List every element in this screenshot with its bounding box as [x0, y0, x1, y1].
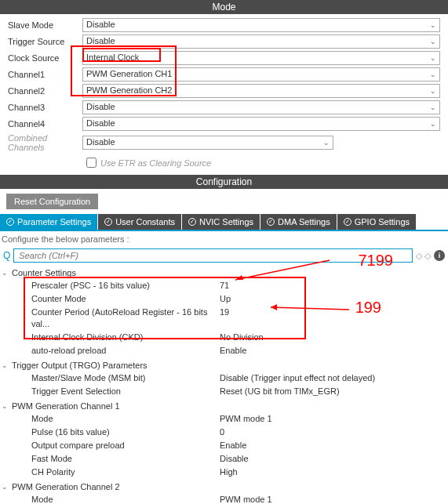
param-name: CH Polarity: [31, 466, 220, 478]
channel3-select[interactable]: Disable⌄: [82, 100, 440, 114]
param-row: Master/Slave Mode (MSM bit)Disable (Trig…: [0, 372, 448, 385]
chevron-down-icon: ⌄: [430, 71, 436, 78]
pwm1-header[interactable]: ⌄PWM Generation Channel 1: [0, 400, 448, 412]
param-name: Mode: [31, 413, 220, 425]
mode-header: Mode: [0, 0, 448, 14]
check-icon: [6, 218, 14, 226]
param-value[interactable]: Disable: [220, 453, 448, 465]
tab-user-constants[interactable]: User Constants: [98, 214, 181, 230]
channel2-label: Channel2: [8, 86, 82, 96]
param-name: auto-reload preload: [31, 345, 220, 357]
etr-checkbox[interactable]: [86, 158, 97, 168]
param-value[interactable]: High: [220, 466, 448, 478]
param-value[interactable]: 0: [220, 426, 448, 438]
channel4-label: Channel4: [8, 119, 82, 129]
channel1-select[interactable]: PWM Generation CH1⌄: [82, 67, 440, 82]
param-value[interactable]: Up: [220, 293, 448, 305]
search-input[interactable]: [13, 248, 413, 263]
slave-mode-label: Slave Mode: [8, 20, 82, 30]
param-row: Counter Period (AutoReload Register - 16…: [0, 306, 448, 331]
param-row: Trigger Event SelectionReset (UG bit fro…: [0, 385, 448, 398]
param-row: Counter ModeUp: [0, 292, 448, 306]
channel3-label: Channel3: [8, 103, 82, 112]
param-row: ModePWM mode 1: [0, 493, 448, 504]
trigger-source-select[interactable]: Disable⌄: [82, 34, 440, 49]
param-row: Fast ModeDisable: [0, 452, 448, 466]
param-name: Counter Period (AutoReload Register - 16…: [31, 306, 220, 330]
tab-parameter-settings[interactable]: Parameter Settings: [0, 214, 97, 230]
param-row: Pulse (16 bits value)0: [0, 426, 448, 439]
tab-gpio-settings[interactable]: GPIO Settings: [337, 214, 416, 230]
param-name: Trigger Event Selection: [31, 386, 220, 397]
param-name: Internal Clock Division (CKD): [31, 332, 220, 343]
expand-icon: ⌄: [2, 402, 9, 410]
param-name: Pulse (16 bits value): [31, 426, 220, 438]
config-hint: Configure the below parameters :: [0, 231, 448, 247]
param-name: Mode: [31, 494, 220, 504]
param-name: Output compare preload: [31, 440, 220, 451]
param-row: Internal Clock Division (CKD)No Division: [0, 331, 448, 344]
chevron-down-icon: ⌄: [430, 38, 436, 45]
configuration-header: Configuration: [0, 175, 448, 189]
channel2-select[interactable]: PWM Generation CH2⌄: [82, 84, 440, 98]
param-row: CH PolarityHigh: [0, 466, 448, 479]
param-value[interactable]: PWM mode 1: [220, 494, 448, 504]
search-nav-icons[interactable]: ◇ ◇: [416, 251, 431, 261]
slave-mode-select[interactable]: Disable⌄: [82, 18, 440, 32]
param-value[interactable]: Disable (Trigger input effect not delaye…: [220, 372, 448, 384]
expand-icon: ⌄: [2, 269, 9, 277]
param-row: auto-reload preloadEnable: [0, 344, 448, 357]
trgo-header[interactable]: ⌄Trigger Output (TRGO) Parameters: [0, 359, 448, 372]
param-name: Counter Mode: [31, 293, 220, 305]
param-value[interactable]: Enable: [220, 345, 448, 357]
param-value[interactable]: No Division: [220, 332, 448, 343]
chevron-down-icon: ⌄: [323, 139, 330, 147]
search-icon[interactable]: Q: [3, 250, 10, 261]
search-row: Q ◇ ◇ i: [0, 247, 448, 264]
param-value[interactable]: 71: [220, 280, 448, 292]
reset-configuration-button[interactable]: Reset Configuration: [6, 194, 98, 209]
channel1-label: Channel1: [8, 70, 82, 79]
pwm2-header[interactable]: ⌄PWM Generation Channel 2: [0, 480, 448, 493]
combined-channels-label: Combined Channels: [8, 133, 82, 152]
parameter-section: ⌄Counter Settings Prescaler (PSC - 16 bi…: [0, 264, 448, 504]
check-icon: [104, 218, 112, 226]
counter-settings-header[interactable]: ⌄Counter Settings: [0, 267, 448, 279]
param-row: Prescaler (PSC - 16 bits value)71: [0, 279, 448, 292]
info-icon[interactable]: i: [434, 250, 445, 261]
param-value[interactable]: Enable: [220, 440, 448, 451]
chevron-down-icon: ⌄: [430, 87, 436, 95]
expand-icon: ⌄: [2, 361, 9, 369]
clock-source-label: Clock Source: [8, 53, 82, 63]
chevron-down-icon: ⌄: [430, 103, 436, 111]
param-value[interactable]: 19: [220, 306, 448, 330]
channel4-select[interactable]: Disable⌄: [82, 117, 440, 131]
combined-channels-select[interactable]: Disable⌄: [82, 136, 333, 150]
check-icon: [267, 218, 275, 226]
trigger-source-label: Trigger Source: [8, 37, 82, 46]
check-icon: [188, 218, 196, 226]
chevron-down-icon: ⌄: [430, 120, 436, 128]
param-name: Master/Slave Mode (MSM bit): [31, 372, 220, 384]
param-value[interactable]: Reset (UG bit from TIMx_EGR): [220, 386, 448, 397]
tab-bar: Parameter Settings User Constants NVIC S…: [0, 214, 448, 231]
chevron-down-icon: ⌄: [430, 54, 436, 62]
param-row: ModePWM mode 1: [0, 412, 448, 426]
param-name: Fast Mode: [31, 453, 220, 465]
clock-source-select[interactable]: Internal Clock⌄: [82, 51, 440, 65]
tab-nvic-settings[interactable]: NVIC Settings: [182, 214, 260, 230]
param-row: Output compare preloadEnable: [0, 439, 448, 452]
param-name: Prescaler (PSC - 16 bits value): [31, 280, 220, 292]
param-value[interactable]: PWM mode 1: [220, 413, 448, 425]
mode-section: Slave Mode Disable⌄ Trigger Source Disab…: [0, 14, 448, 175]
check-icon: [344, 218, 351, 226]
etr-checkbox-row: Use ETR as Clearing Source: [8, 154, 440, 171]
tab-dma-settings[interactable]: DMA Settings: [260, 214, 337, 230]
expand-icon: ⌄: [2, 483, 9, 491]
chevron-down-icon: ⌄: [430, 21, 436, 29]
etr-checkbox-label: Use ETR as Clearing Source: [100, 158, 211, 168]
